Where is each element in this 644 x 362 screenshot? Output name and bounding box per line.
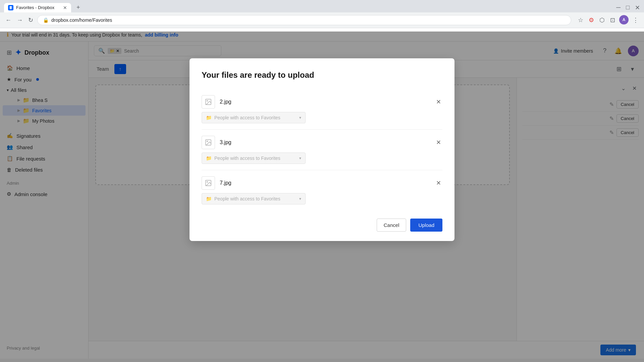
remove-file-2-button[interactable]: ✕ <box>435 137 442 147</box>
browser-avatar[interactable]: A <box>619 15 629 24</box>
file-name-3: 7.jpg <box>220 180 430 186</box>
maximize-button[interactable]: □ <box>626 4 630 11</box>
toolbar-icons: ☆ ⚙ ⬡ ⊡ A ⋮ <box>577 15 640 25</box>
remove-file-1-button[interactable]: ✕ <box>435 97 442 107</box>
modal-file-item-1: 2.jpg ✕ 📁 People with access to Favorite… <box>202 89 442 130</box>
modal-file-item-2: 3.jpg ✕ 📁 People with access to Favorite… <box>202 130 442 170</box>
modal-footer: Cancel Upload <box>202 210 442 232</box>
modal-file-item-3: 7.jpg ✕ 📁 People with access to Favorite… <box>202 170 442 210</box>
modal-file-row-1: 2.jpg ✕ <box>202 95 442 109</box>
file-access-row-3: 📁 People with access to Favorites ▾ <box>202 193 442 204</box>
file-access-selector-3[interactable]: 📁 People with access to Favorites ▾ <box>202 193 306 204</box>
file-name-1: 2.jpg <box>220 99 430 105</box>
refresh-button[interactable]: ↻ <box>27 15 35 25</box>
browser-chrome: Favorites - Dropbox ✕ + ─ □ ✕ ← → ↻ 🔒 dr… <box>0 0 644 28</box>
modal-cancel-button[interactable]: Cancel <box>377 219 407 232</box>
window-controls: ─ □ ✕ <box>616 4 640 11</box>
modal-file-row-2: 3.jpg ✕ <box>202 136 442 149</box>
upload-modal: Your files are ready to upload 2.jpg ✕ 📁… <box>190 58 454 241</box>
file-icon-3 <box>202 176 215 190</box>
access-folder-icon-2: 📁 <box>206 156 212 161</box>
tab-favicon <box>8 5 13 10</box>
modal-title: Your files are ready to upload <box>202 70 442 80</box>
file-access-row-1: 📁 People with access to Favorites ▾ <box>202 112 442 123</box>
file-access-text-3: People with access to Favorites <box>214 196 297 201</box>
access-dropdown-icon-1: ▾ <box>299 115 301 120</box>
access-folder-icon-1: 📁 <box>206 115 212 120</box>
file-access-selector-1[interactable]: 📁 People with access to Favorites ▾ <box>202 112 306 123</box>
file-access-text-1: People with access to Favorites <box>214 115 297 120</box>
url-text: dropbox.com/home/Favorites <box>51 17 112 23</box>
address-bar[interactable]: 🔒 dropbox.com/home/Favorites <box>37 15 571 25</box>
file-name-2: 3.jpg <box>220 139 430 145</box>
file-icon-1 <box>202 95 215 109</box>
file-icon-2 <box>202 136 215 149</box>
forward-button[interactable]: → <box>15 15 24 25</box>
minimize-button[interactable]: ─ <box>616 4 621 11</box>
browser-tab[interactable]: Favorites - Dropbox ✕ <box>4 3 71 12</box>
svg-point-1 <box>207 100 208 101</box>
file-access-row-2: 📁 People with access to Favorites ▾ <box>202 153 442 164</box>
svg-point-5 <box>207 181 208 182</box>
extensions-icon[interactable]: ⬡ <box>598 15 606 25</box>
profile-icon[interactable]: ⊡ <box>609 15 616 25</box>
tab-close-button[interactable]: ✕ <box>63 5 67 10</box>
back-button[interactable]: ← <box>4 15 13 25</box>
browser-titlebar: Favorites - Dropbox ✕ + ─ □ ✕ <box>0 0 644 12</box>
remove-file-3-button[interactable]: ✕ <box>435 178 442 188</box>
svg-point-3 <box>207 141 208 142</box>
access-dropdown-icon-2: ▾ <box>299 156 301 161</box>
menu-icon[interactable]: ⋮ <box>631 15 640 25</box>
bookmark-icon[interactable]: ☆ <box>577 15 585 25</box>
new-tab-button[interactable]: + <box>74 3 83 12</box>
modal-file-row-3: 7.jpg ✕ <box>202 176 442 190</box>
file-access-text-2: People with access to Favorites <box>214 156 297 161</box>
modal-overlay: Your files are ready to upload 2.jpg ✕ 📁… <box>0 32 644 362</box>
close-window-button[interactable]: ✕ <box>635 4 640 11</box>
tab-title: Favorites - Dropbox <box>16 5 60 10</box>
file-access-selector-2[interactable]: 📁 People with access to Favorites ▾ <box>202 153 306 164</box>
shield-icon[interactable]: ⚙ <box>587 15 595 25</box>
access-folder-icon-3: 📁 <box>206 196 212 201</box>
modal-upload-button[interactable]: Upload <box>410 219 442 232</box>
access-dropdown-icon-3: ▾ <box>299 196 301 201</box>
browser-toolbar: ← → ↻ 🔒 dropbox.com/home/Favorites ☆ ⚙ ⬡… <box>0 12 644 28</box>
